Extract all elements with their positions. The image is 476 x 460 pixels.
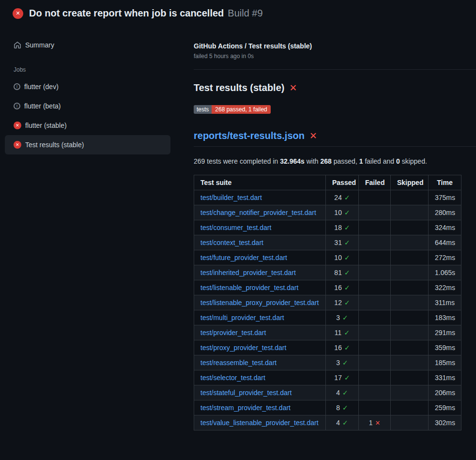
time-value: 324ms <box>435 224 455 231</box>
sidebar-job-item[interactable]: flutter (beta) <box>5 96 170 116</box>
suite-link[interactable]: test/context_test.dart <box>200 239 263 246</box>
skipped-cell <box>391 265 429 280</box>
sidebar-job-item[interactable]: flutter (stable) <box>5 116 170 135</box>
passed-cell: 11 <box>326 325 359 340</box>
time-value: 280ms <box>435 209 455 216</box>
passed-count: 16 <box>334 344 342 352</box>
suite-link[interactable]: test/stream_provider_test.dart <box>200 404 291 412</box>
job-label: Test results (stable) <box>25 141 84 149</box>
skipped-cell <box>391 280 429 295</box>
passed-count: 4 <box>336 389 340 397</box>
suite-link[interactable]: test/multi_provider_test.dart <box>200 314 284 322</box>
suite-cell: test/stream_provider_test.dart <box>194 400 326 415</box>
passed-count: 24 <box>334 194 342 201</box>
failed-cell <box>359 295 391 310</box>
divider <box>194 69 476 70</box>
breadcrumb: GitHub Actions / Test results (stable) <box>194 42 476 50</box>
col-header-failed: Failed <box>359 175 391 190</box>
suite-cell: test/reassemble_test.dart <box>194 355 326 370</box>
suite-cell: test/stateful_provider_test.dart <box>194 385 326 400</box>
suite-cell: test/listenable_proxy_provider_test.dart <box>194 295 326 310</box>
suite-link[interactable]: test/value_listenable_provider_test.dart <box>200 419 319 427</box>
table-row: test/value_listenable_provider_test.dart… <box>194 415 461 430</box>
failed-cell <box>359 310 391 325</box>
failed-cell <box>359 280 391 295</box>
report-link[interactable]: reports/test-results.json <box>194 130 305 141</box>
passed-cell: 8 <box>326 400 359 415</box>
suite-link[interactable]: test/change_notifier_provider_test.dart <box>200 209 316 216</box>
failed-cell <box>359 265 391 280</box>
skipped-cell <box>391 400 429 415</box>
time-value: 206ms <box>435 389 455 397</box>
time-cell: 259ms <box>429 400 461 415</box>
summary-text: failed and <box>363 157 397 165</box>
passed-cell: 16 <box>326 340 359 355</box>
suite-link[interactable]: test/inherited_provider_test.dart <box>200 269 296 276</box>
check-icon <box>344 254 350 261</box>
failed-cell <box>359 325 391 340</box>
suite-cell: test/provider_test.dart <box>194 325 326 340</box>
failed-cell <box>359 220 391 235</box>
job-label: flutter (stable) <box>25 122 67 129</box>
suite-link[interactable]: test/future_provider_test.dart <box>200 254 287 261</box>
suite-link[interactable]: test/listenable_proxy_provider_test.dart <box>200 299 319 307</box>
passed-cell: 81 <box>326 265 359 280</box>
run-meta: failed 5 hours ago in 0s <box>194 53 476 60</box>
report-heading: reports/test-results.json <box>194 130 476 147</box>
suite-link[interactable]: test/listenable_provider_test.dart <box>200 284 298 291</box>
time-cell: 302ms <box>429 415 461 430</box>
suite-cell: test/inherited_provider_test.dart <box>194 265 326 280</box>
summary-text: passed, <box>332 157 359 165</box>
suite-link[interactable]: test/reassemble_test.dart <box>200 359 276 367</box>
skipped-cell <box>391 205 429 220</box>
passed-count: 8 <box>336 404 340 412</box>
check-icon <box>344 194 350 201</box>
time-value: 272ms <box>435 254 455 261</box>
check-icon <box>344 374 350 382</box>
passed-count: 17 <box>334 374 342 382</box>
check-icon <box>344 224 350 231</box>
summary-label: Summary <box>25 41 54 49</box>
skipped-cell <box>391 310 429 325</box>
passed-count: 81 <box>334 269 342 276</box>
suite-link[interactable]: test/provider_test.dart <box>200 329 266 337</box>
suite-link[interactable]: test/stateful_provider_test.dart <box>200 389 292 397</box>
table-row: test/multi_provider_test.dart 3 183ms <box>194 310 461 325</box>
sidebar-item-summary[interactable]: Summary <box>5 36 170 54</box>
suite-link[interactable]: test/selector_test.dart <box>200 374 265 382</box>
passed-cell: 31 <box>326 235 359 250</box>
time-value: 644ms <box>435 239 455 246</box>
table-row: test/builder_test.dart 24 375ms <box>194 190 461 205</box>
check-icon <box>344 284 350 291</box>
section-title: Test results (stable) <box>194 82 476 93</box>
failed-cell <box>359 205 391 220</box>
passed-count: 12 <box>334 299 342 307</box>
skipped-cell <box>391 190 429 205</box>
time-cell: 185ms <box>429 355 461 370</box>
sidebar-job-item[interactable]: Test results (stable) <box>5 135 170 154</box>
check-icon <box>342 419 348 427</box>
x-icon <box>309 130 317 141</box>
sidebar-job-item[interactable]: flutter (dev) <box>5 77 170 96</box>
suite-link[interactable]: test/consumer_test.dart <box>200 224 271 231</box>
build-number: Build #9 <box>228 8 262 19</box>
suite-link[interactable]: test/proxy_provider_test.dart <box>200 344 286 352</box>
x-circle-icon <box>13 8 23 19</box>
home-icon <box>14 41 21 49</box>
summary-skipped-count: 0 <box>396 157 400 165</box>
check-icon <box>344 344 350 352</box>
time-cell: 206ms <box>429 385 461 400</box>
time-value: 185ms <box>435 359 455 367</box>
job-status-icon <box>14 83 20 90</box>
failed-cell <box>359 190 391 205</box>
failed-count: 1 <box>369 419 373 427</box>
check-icon <box>344 269 350 276</box>
table-row: test/consumer_test.dart 18 324ms <box>194 220 461 235</box>
tests-badge: tests 268 passed, 1 failed <box>194 105 271 114</box>
passed-cell: 10 <box>326 250 359 265</box>
suite-link[interactable]: test/builder_test.dart <box>200 194 262 201</box>
suite-cell: test/proxy_provider_test.dart <box>194 340 326 355</box>
time-value: 311ms <box>435 299 455 307</box>
table-row: test/stream_provider_test.dart 8 259ms <box>194 400 461 415</box>
time-value: 322ms <box>435 284 455 291</box>
